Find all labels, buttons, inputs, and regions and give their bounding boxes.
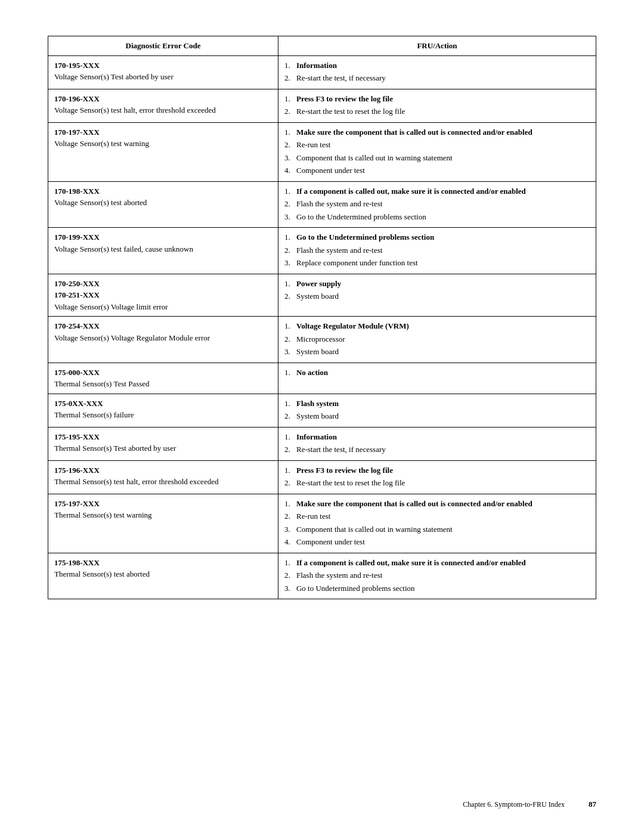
list-item: 1.If a component is called out, make sur…: [284, 557, 590, 569]
fru-list: 1.Information2.Re-start the test, if nec…: [284, 431, 590, 456]
item-number: 1.: [284, 557, 294, 569]
item-text: Make sure the component that is called o…: [296, 498, 532, 510]
list-item: 2.Re-start the test to reset the log fil…: [284, 106, 590, 117]
item-text: Flash the system and re-test: [296, 244, 382, 256]
diag-code-cell: 170-254-XXXVoltage Sensor(s) Voltage Reg…: [48, 317, 278, 363]
item-number: 4.: [284, 165, 294, 176]
table-row: 175-195-XXXThermal Sensor(s) Test aborte…: [48, 427, 596, 460]
item-text: Flash the system and re-test: [296, 569, 382, 581]
header-diagnostic: Diagnostic Error Code: [48, 36, 278, 56]
table-row: 175-198-XXXThermal Sensor(s) test aborte…: [48, 553, 596, 599]
item-number: 4.: [284, 536, 294, 548]
item-number: 2.: [284, 290, 294, 302]
list-item: 2.Re-start the test, if necessary: [284, 444, 590, 456]
page-number: 87: [589, 800, 596, 809]
fru-cell: 1.Press F3 to review the log file2.Re-st…: [278, 460, 596, 494]
diag-code-cell: 175-196-XXXThermal Sensor(s) test halt, …: [48, 460, 278, 494]
list-item: 3.Replace component under function test: [284, 257, 590, 269]
diag-code: 170-198-XXX: [54, 187, 100, 196]
diag-desc: Voltage Sensor(s) test aborted: [54, 198, 147, 207]
item-text: Component that is called out in warning …: [296, 152, 453, 164]
list-item: 1.Make sure the component that is called…: [284, 126, 590, 138]
fru-list: 1.Make sure the component that is called…: [284, 126, 590, 176]
item-number: 1.: [284, 498, 294, 510]
item-text: Re-start the test, if necessary: [296, 444, 386, 456]
item-number: 2.: [284, 510, 294, 522]
list-item: 1.Make sure the component that is called…: [284, 498, 590, 510]
diag-desc: Voltage Sensor(s) Voltage Regulator Modu…: [54, 333, 210, 342]
chapter-label: Chapter 6. Symptom-to-FRU Index: [463, 800, 565, 809]
diag-code: 175-198-XXX: [54, 558, 100, 567]
list-item: 1.Information: [284, 431, 590, 443]
diag-code-cell: 175-198-XXXThermal Sensor(s) test aborte…: [48, 553, 278, 599]
item-text: Component under test: [296, 165, 365, 176]
table-row: 170-250-XXX170-251-XXXVoltage Sensor(s) …: [48, 274, 596, 317]
fru-list: 1.Press F3 to review the log file2.Re-st…: [284, 465, 590, 489]
fru-list: 1.Information2.Re-start the test, if nec…: [284, 60, 590, 84]
diag-code: 170-199-XXX: [54, 233, 100, 241]
list-item: 3.System board: [284, 346, 590, 358]
item-number: 1.: [284, 93, 294, 105]
list-item: 2.Flash the system and re-test: [284, 244, 590, 256]
diag-code-cell: 170-250-XXX170-251-XXXVoltage Sensor(s) …: [48, 274, 278, 317]
list-item: 1.Flash system: [284, 398, 590, 410]
diag-code: 170-197-XXX: [54, 128, 100, 137]
diag-desc: Thermal Sensor(s) test aborted: [54, 569, 150, 578]
item-number: 3.: [284, 257, 294, 269]
item-number: 3.: [284, 583, 294, 594]
item-text: Press F3 to review the log file: [296, 465, 393, 476]
item-text: Make sure the component that is called o…: [296, 126, 532, 138]
list-item: 3.Component that is called out in warnin…: [284, 152, 590, 164]
item-text: Component under test: [296, 536, 365, 548]
item-text: Microprocessor: [296, 333, 345, 345]
list-item: 1.Press F3 to review the log file: [284, 93, 590, 105]
item-number: 1.: [284, 367, 294, 379]
diagnostic-table: Diagnostic Error Code FRU/Action 170-195…: [48, 36, 596, 599]
item-text: Re-start the test to reset the log file: [296, 106, 405, 117]
diag-desc: Voltage Sensor(s) Test aborted by user: [54, 72, 174, 81]
diag-code: 175-0XX-XXX: [54, 399, 103, 408]
diag-code: 170-254-XXX: [54, 321, 100, 330]
diag-code: 175-197-XXX: [54, 499, 100, 508]
fru-cell: 1.If a component is called out, make sur…: [278, 553, 596, 599]
diag-code: 170-196-XXX: [54, 94, 100, 103]
item-text: Voltage Regulator Module (VRM): [296, 320, 409, 332]
item-number: 2.: [284, 244, 294, 256]
diag-desc: Thermal Sensor(s) test halt, error thres…: [54, 477, 218, 486]
fru-list: 1.Power supply2.System board: [284, 278, 590, 302]
diag-code-cell: 170-195-XXXVoltage Sensor(s) Test aborte…: [48, 55, 278, 89]
fru-cell: 1.If a component is called out, make sur…: [278, 181, 596, 228]
item-number: 1.: [284, 278, 294, 290]
diag-code: 170-195-XXX: [54, 61, 100, 70]
fru-cell: 1.Go to the Undetermined problems sectio…: [278, 228, 596, 274]
item-text: If a component is called out, make sure …: [296, 557, 526, 569]
list-item: 1.Voltage Regulator Module (VRM): [284, 320, 590, 332]
fru-list: 1.No action: [284, 367, 590, 379]
table-row: 170-196-XXXVoltage Sensor(s) test halt, …: [48, 89, 596, 122]
diag-code-cell: 175-0XX-XXXThermal Sensor(s) failure: [48, 394, 278, 427]
item-number: 2.: [284, 477, 294, 489]
diag-code-cell: 175-197-XXXThermal Sensor(s) test warnin…: [48, 494, 278, 553]
list-item: 2.System board: [284, 290, 590, 302]
list-item: 1.Power supply: [284, 278, 590, 290]
item-number: 3.: [284, 524, 294, 535]
item-text: System board: [296, 290, 339, 302]
item-number: 2.: [284, 106, 294, 117]
list-item: 1.No action: [284, 367, 590, 379]
item-text: System board: [296, 346, 339, 358]
list-item: 2.Flash the system and re-test: [284, 198, 590, 210]
list-item: 2.Re-start the test, if necessary: [284, 72, 590, 84]
list-item: 1.Information: [284, 60, 590, 72]
item-text: System board: [296, 410, 339, 422]
fru-cell: 1.Press F3 to review the log file2.Re-st…: [278, 89, 596, 122]
diag-code: 170-250-XXX: [54, 279, 100, 288]
list-item: 2.Re-start the test to reset the log fil…: [284, 477, 590, 489]
fru-cell: 1.Make sure the component that is called…: [278, 494, 596, 553]
list-item: 2.Flash the system and re-test: [284, 569, 590, 581]
list-item: 2.System board: [284, 410, 590, 422]
item-number: 1.: [284, 126, 294, 138]
fru-cell: 1.Information2.Re-start the test, if nec…: [278, 427, 596, 460]
item-number: 3.: [284, 152, 294, 164]
item-number: 2.: [284, 72, 294, 84]
diag-desc: Thermal Sensor(s) Test aborted by user: [54, 444, 176, 453]
